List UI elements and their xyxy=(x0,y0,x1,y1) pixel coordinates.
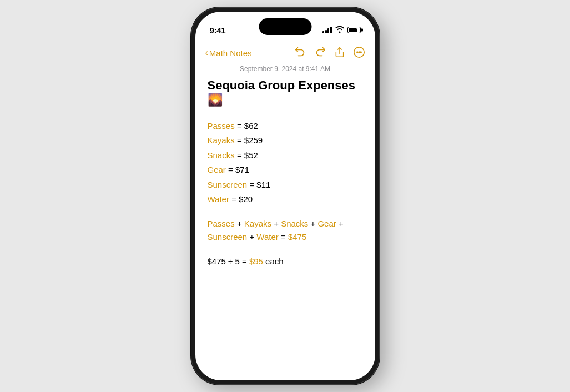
expense-water: Water = $20 xyxy=(208,193,363,206)
phone-wrapper: 9:41 xyxy=(191,7,380,385)
expense-kayaks-eq: = $259 xyxy=(237,135,263,145)
back-label: Math Notes xyxy=(209,48,252,58)
nav-actions xyxy=(294,46,365,60)
expense-snacks-eq: = $52 xyxy=(237,150,258,160)
formula-plus2: + xyxy=(274,219,281,228)
formula-plus1: + xyxy=(237,219,244,228)
divider-line-text: $475 ÷ 5 = xyxy=(208,257,247,266)
back-chevron-icon: ‹ xyxy=(205,48,208,58)
dynamic-island xyxy=(259,18,311,35)
redo-button[interactable] xyxy=(314,46,326,60)
formula-equals: = xyxy=(281,232,288,242)
signal-bars-icon xyxy=(322,27,332,33)
battery-fill xyxy=(349,28,357,32)
status-icons xyxy=(322,26,361,34)
note-date: September 9, 2024 at 9:41 AM xyxy=(208,65,363,73)
formula-sunscreen: Sunscreen xyxy=(208,232,248,242)
back-button[interactable]: ‹ Math Notes xyxy=(205,48,252,58)
note-title-text: Sequoia Group Expenses 🌄 xyxy=(208,78,356,107)
formula-snacks: Snacks xyxy=(281,219,308,228)
formula-kayaks: Kayaks xyxy=(244,219,271,228)
share-button[interactable] xyxy=(334,46,345,60)
formula-water: Water xyxy=(256,232,278,242)
expense-passes-name: Passes xyxy=(208,121,235,130)
expense-kayaks: Kayaks = $259 xyxy=(208,134,363,147)
expense-passes: Passes = $62 xyxy=(208,120,363,133)
undo-button[interactable] xyxy=(294,46,306,60)
more-button[interactable] xyxy=(353,46,365,60)
expense-sunscreen: Sunscreen = $11 xyxy=(208,179,363,192)
formula-result: $475 xyxy=(288,232,306,242)
svg-point-2 xyxy=(356,52,357,53)
divider-result: $95 xyxy=(249,257,263,266)
formula-line2: Sunscreen + Water = $475 xyxy=(208,230,363,244)
formula-passes: Passes xyxy=(208,219,235,228)
formula-line1: Passes + Kayaks + Snacks + Gear + xyxy=(208,217,363,230)
formula-plus5: + xyxy=(249,232,256,242)
expense-snacks-name: Snacks xyxy=(208,150,235,160)
formula-section: Passes + Kayaks + Snacks + Gear + Sunscr… xyxy=(208,217,363,244)
divider-section: $475 ÷ 5 = $95 each xyxy=(208,255,363,268)
expense-water-eq: = $20 xyxy=(231,194,253,204)
formula-plus3: + xyxy=(311,219,318,228)
note-content[interactable]: September 9, 2024 at 9:41 AM Sequoia Gro… xyxy=(195,65,375,380)
formula-gear: Gear xyxy=(317,219,336,228)
phone-body: 9:41 xyxy=(191,7,380,385)
note-title: Sequoia Group Expenses 🌄 xyxy=(208,78,363,108)
expense-water-name: Water xyxy=(208,194,229,204)
expense-gear: Gear = $71 xyxy=(208,164,363,177)
screen: 9:41 xyxy=(195,12,375,380)
formula-plus4: + xyxy=(339,219,344,228)
status-time: 9:41 xyxy=(210,26,226,35)
svg-point-3 xyxy=(359,52,360,53)
wifi-icon xyxy=(335,26,344,34)
expense-kayaks-name: Kayaks xyxy=(208,135,235,145)
nav-bar: ‹ Math Notes xyxy=(195,41,375,65)
expense-sunscreen-eq: = $11 xyxy=(249,180,270,189)
expense-list: Passes = $62 Kayaks = $259 Snacks = $52 … xyxy=(208,120,363,206)
divider-suffix: each xyxy=(265,257,284,266)
expense-snacks: Snacks = $52 xyxy=(208,149,363,162)
expense-gear-eq: = $71 xyxy=(228,165,249,174)
svg-point-4 xyxy=(360,52,361,53)
battery-icon xyxy=(347,27,361,33)
expense-passes-eq: = $62 xyxy=(237,121,258,130)
expense-sunscreen-name: Sunscreen xyxy=(208,180,248,189)
expense-gear-name: Gear xyxy=(208,165,226,174)
